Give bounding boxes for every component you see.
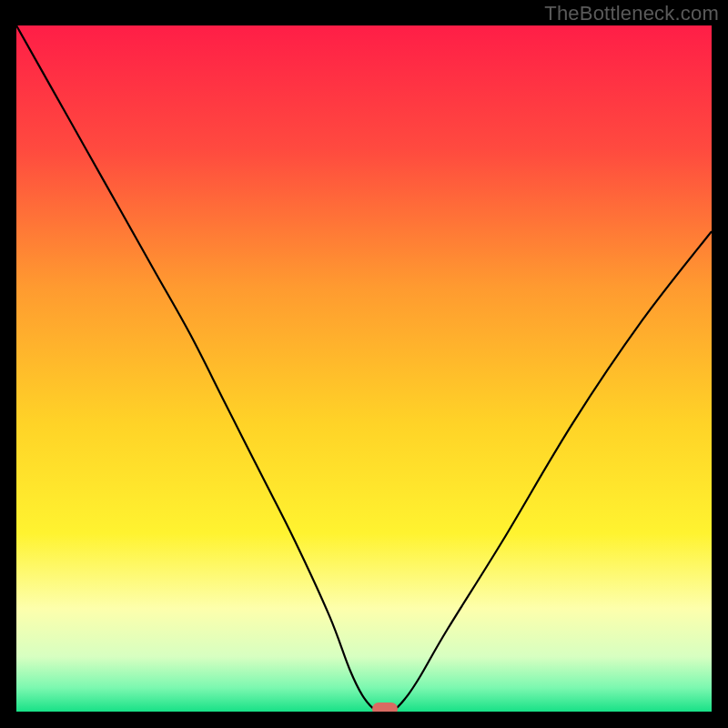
chart-frame: TheBottleneck.com (0, 0, 728, 728)
bottleneck-curve (16, 25, 712, 712)
optimal-marker (372, 703, 398, 712)
plot-area (16, 25, 712, 712)
watermark-text: TheBottleneck.com (544, 2, 719, 25)
